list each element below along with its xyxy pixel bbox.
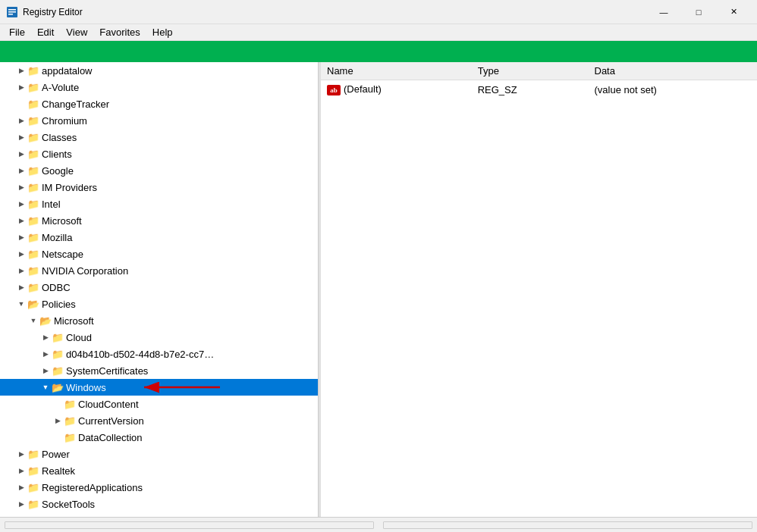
tree-label: Chromium bbox=[42, 115, 87, 127]
tree-item-im-providers[interactable]: ▶ 📁 IM Providers bbox=[0, 179, 318, 196]
tree-item-currentversion[interactable]: ▶ 📁 CurrentVersion bbox=[0, 412, 318, 429]
tree-item-microsoft[interactable]: ▶ 📁 Microsoft bbox=[0, 212, 318, 229]
folder-icon: 📁 bbox=[27, 199, 39, 209]
expand-icon[interactable]: ▼ bbox=[27, 315, 39, 327]
menu-file[interactable]: File bbox=[3, 25, 31, 39]
menu-bar: File Edit View Favorites Help bbox=[0, 24, 757, 41]
tree-label: Cloud bbox=[66, 332, 92, 343]
folder-icon: 📁 bbox=[27, 182, 39, 192]
tree-item-sockettools[interactable]: ▶ 📁 SocketTools bbox=[0, 496, 318, 512]
tree-label: Classes bbox=[42, 132, 77, 143]
svg-rect-2 bbox=[8, 11, 16, 13]
expand-icon[interactable]: ▶ bbox=[15, 114, 27, 127]
expand-icon[interactable]: ▶ bbox=[15, 465, 27, 477]
tree-item-cloud[interactable]: ▶ 📁 Cloud bbox=[0, 329, 318, 346]
expand-icon[interactable]: ▶ bbox=[15, 131, 27, 143]
tree-label: Google bbox=[42, 165, 74, 177]
expand-icon[interactable]: ▶ bbox=[15, 481, 27, 493]
folder-icon: 📁 bbox=[64, 432, 76, 443]
expand-icon[interactable]: ▶ bbox=[39, 365, 52, 377]
menu-edit[interactable]: Edit bbox=[31, 25, 60, 39]
tree-item-cloudcontent[interactable]: 📁 CloudContent bbox=[0, 396, 318, 412]
tree-item-policies[interactable]: ▼ 📂 Policies bbox=[0, 296, 318, 312]
maximize-button[interactable]: □ bbox=[681, 0, 716, 24]
expand-icon[interactable]: ▶ bbox=[15, 181, 27, 193]
expand-icon[interactable]: ▶ bbox=[15, 248, 27, 260]
tree-item-netscape[interactable]: ▶ 📁 Netscape bbox=[0, 246, 318, 262]
tree-item-nvidia[interactable]: ▶ 📁 NVIDIA Corporation bbox=[0, 262, 318, 279]
tree-item-classes[interactable]: ▶ 📁 Classes bbox=[0, 129, 318, 146]
app-icon bbox=[6, 6, 18, 18]
menu-help[interactable]: Help bbox=[146, 25, 179, 39]
expand-icon[interactable]: ▼ bbox=[15, 298, 27, 310]
tree-item-systemcert[interactable]: ▶ 📁 SystemCertificates bbox=[0, 362, 318, 379]
expand-icon[interactable]: ▶ bbox=[15, 281, 27, 293]
expand-icon[interactable]: ▶ bbox=[15, 164, 27, 177]
menu-view[interactable]: View bbox=[60, 25, 93, 39]
folder-icon: 📁 bbox=[52, 332, 64, 343]
tree-item-odbc[interactable]: ▶ 📁 ODBC bbox=[0, 279, 318, 296]
expand-icon[interactable]: ▶ bbox=[15, 231, 27, 243]
expand-icon[interactable]: ▼ bbox=[39, 381, 52, 393]
folder-icon: 📂 bbox=[39, 315, 52, 326]
tree-item-policies-microsoft[interactable]: ▼ 📂 Microsoft bbox=[0, 312, 318, 329]
folder-icon: 📁 bbox=[27, 132, 39, 142]
folder-icon: 📁 bbox=[27, 215, 39, 226]
expand-icon[interactable]: ▶ bbox=[15, 198, 27, 210]
expand-icon[interactable]: ▶ bbox=[39, 348, 52, 360]
cell-type: REG_SZ bbox=[472, 80, 589, 99]
tree-item-appdatalow[interactable]: ▶ 📁 appdatalow bbox=[0, 62, 318, 79]
expand-icon[interactable]: ▶ bbox=[15, 214, 27, 227]
folder-icon: 📂 bbox=[52, 382, 64, 393]
tree-item-chromium[interactable]: ▶ 📁 Chromium bbox=[0, 112, 318, 129]
tree-label: SystemCertificates bbox=[66, 365, 148, 377]
folder-icon: 📁 bbox=[27, 115, 39, 126]
tree-item-google[interactable]: ▶ 📁 Google bbox=[0, 162, 318, 179]
svg-rect-3 bbox=[8, 14, 13, 15]
expand-icon[interactable]: ▶ bbox=[15, 81, 27, 93]
expand-icon[interactable]: ▶ bbox=[15, 264, 27, 277]
tree-item-changetracker[interactable]: 📁 ChangeTracker bbox=[0, 95, 318, 112]
tree-item-windows[interactable]: ▼ 📂 Windows bbox=[0, 379, 318, 396]
tree-label: Intel bbox=[42, 199, 61, 210]
tree-item-a-volute[interactable]: ▶ 📁 A-Volute bbox=[0, 79, 318, 95]
folder-icon: 📁 bbox=[27, 82, 39, 92]
expand-icon[interactable]: ▶ bbox=[15, 448, 27, 460]
expand-icon[interactable]: ▶ bbox=[39, 331, 52, 343]
tree-item-d04b[interactable]: ▶ 📁 d04b410b-d502-44d8-b7e2-cc701770 bbox=[0, 346, 318, 362]
folder-icon: 📁 bbox=[52, 349, 64, 359]
tree-label: RegisteredApplications bbox=[42, 482, 143, 493]
tree-item-realtek[interactable]: ▶ 📁 Realtek bbox=[0, 462, 318, 479]
window-title: Registry Editor bbox=[23, 7, 83, 17]
expand-icon[interactable]: ▶ bbox=[15, 148, 27, 160]
tree-item-mozilla[interactable]: ▶ 📁 Mozilla bbox=[0, 229, 318, 246]
tree-item-registeredapps[interactable]: ▶ 📁 RegisteredApplications bbox=[0, 479, 318, 496]
h-scrollbar-tree[interactable] bbox=[5, 521, 374, 529]
folder-icon: 📁 bbox=[27, 165, 39, 176]
menu-favorites[interactable]: Favorites bbox=[93, 25, 146, 39]
tree-label: Policies bbox=[42, 299, 76, 310]
tree-label: A-Volute bbox=[42, 82, 79, 93]
expand-icon[interactable]: ▶ bbox=[52, 415, 64, 427]
folder-icon: 📁 bbox=[27, 232, 39, 243]
tree-item-clients[interactable]: ▶ 📁 Clients bbox=[0, 146, 318, 162]
tree-label: NVIDIA Corporation bbox=[42, 265, 128, 277]
tree-item-intel[interactable]: ▶ 📁 Intel bbox=[0, 196, 318, 212]
title-bar-left: Registry Editor bbox=[6, 6, 83, 18]
expand-icon[interactable]: ▶ bbox=[15, 64, 27, 77]
tree-label: CloudContent bbox=[78, 399, 139, 410]
h-scrollbar-details[interactable] bbox=[383, 521, 752, 529]
close-button[interactable]: ✕ bbox=[716, 0, 751, 24]
folder-icon: 📂 bbox=[27, 299, 39, 309]
col-name: Name bbox=[321, 62, 472, 80]
tree-item-power[interactable]: ▶ 📁 Power bbox=[0, 446, 318, 462]
folder-icon: 📁 bbox=[52, 365, 64, 376]
table-row[interactable]: ab(Default)REG_SZ(value not set) bbox=[321, 80, 757, 99]
address-input[interactable]: Computer\HKEY_CURRENT_USER\Software\Poli… bbox=[5, 46, 752, 58]
expand-icon[interactable]: ▶ bbox=[15, 498, 27, 510]
tree-item-datacollection[interactable]: 📁 DataCollection bbox=[0, 429, 318, 446]
folder-icon: 📁 bbox=[27, 282, 39, 293]
tree-label: CurrentVersion bbox=[78, 415, 144, 427]
folder-icon: 📁 bbox=[64, 415, 76, 426]
minimize-button[interactable]: — bbox=[646, 0, 681, 24]
